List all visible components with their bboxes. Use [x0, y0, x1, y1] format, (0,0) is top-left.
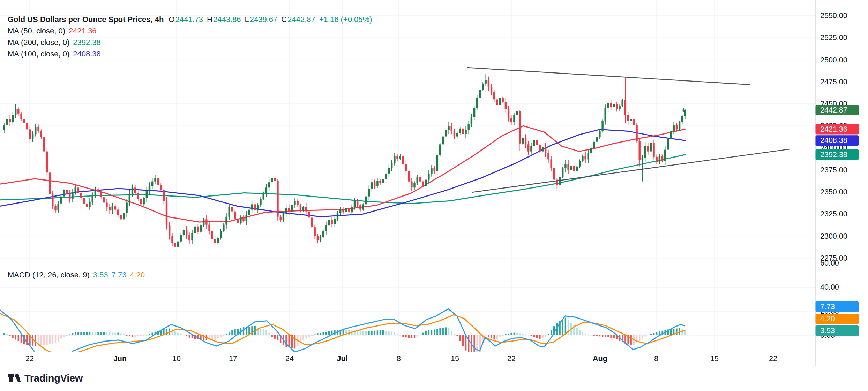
macd-line-value: 7.73 [112, 270, 127, 279]
svg-text:7.73: 7.73 [820, 302, 835, 311]
svg-text:17: 17 [229, 354, 237, 363]
price-axis-labels: 2442.872421.362408.382392.387.734.203.53 [816, 105, 859, 336]
price-axis[interactable]: 2550.002525.002500.002475.002450.002425.… [820, 12, 847, 339]
macd-signal-value: 4.20 [130, 270, 145, 279]
svg-text:3.53: 3.53 [820, 327, 835, 335]
ma50-line [0, 126, 685, 222]
svg-text:15: 15 [710, 354, 719, 363]
ohlc-close: C2442.87 [281, 15, 315, 24]
svg-text:2300.00: 2300.00 [820, 232, 847, 240]
svg-text:Jun: Jun [113, 354, 127, 363]
ma100-label: MA (100, close, 0) [8, 49, 69, 59]
svg-text:15: 15 [451, 354, 459, 363]
svg-text:40.00: 40.00 [820, 283, 839, 291]
price-change: +1.16 (+0.05%) [319, 15, 372, 24]
ma100-line [0, 129, 685, 216]
symbol-title-row[interactable]: Gold US Dollars per Ounce Spot Prices, 4… [8, 14, 372, 25]
ma50-label: MA (50, close, 0) [8, 26, 65, 36]
tradingview-logo-text: TradingView [24, 373, 83, 384]
svg-text:10: 10 [172, 354, 181, 363]
ma100-legend-row[interactable]: MA (100, close, 0) 2408.38 [8, 48, 372, 60]
svg-text:2392.38: 2392.38 [820, 151, 847, 159]
tradingview-logo[interactable]: TradingView [8, 371, 83, 385]
svg-text:2442.87: 2442.87 [820, 106, 847, 114]
svg-text:22: 22 [507, 354, 516, 363]
svg-text:2325.00: 2325.00 [820, 210, 847, 218]
svg-text:2375.00: 2375.00 [820, 166, 847, 174]
macd-legend[interactable]: MACD (12, 26, close, 9) 3.53 7.73 4.20 [8, 269, 145, 281]
ma200-value: 2392.38 [73, 38, 101, 47]
svg-text:2408.38: 2408.38 [820, 136, 847, 145]
svg-text:8: 8 [397, 354, 401, 363]
svg-text:4.20: 4.20 [820, 315, 835, 323]
svg-text:Aug: Aug [593, 354, 607, 363]
time-axis[interactable]: 22Jun101724Jul81522Aug81522 [25, 354, 777, 363]
ma50-value: 2421.36 [69, 26, 97, 36]
ma200-legend-row[interactable]: MA (200, close, 0) 2392.38 [8, 37, 372, 48]
svg-text:2500.00: 2500.00 [820, 56, 847, 64]
ohlc-low: L2439.67 [245, 15, 278, 24]
ma50-legend-row[interactable]: MA (50, close, 0) 2421.36 [8, 25, 372, 37]
svg-text:24: 24 [285, 354, 294, 363]
macd-label: MACD (12, 26, close, 9) [8, 270, 90, 279]
ma100-value: 2408.38 [73, 49, 101, 59]
svg-text:2525.00: 2525.00 [820, 33, 847, 42]
svg-text:2421.36: 2421.36 [820, 125, 847, 133]
macd-hist-value: 3.53 [93, 270, 108, 279]
symbol-title: Gold US Dollars per Ounce Spot Prices, 4… [8, 15, 164, 24]
ma200-label: MA (200, close, 0) [8, 38, 69, 47]
svg-text:22: 22 [25, 354, 34, 363]
svg-text:2475.00: 2475.00 [820, 78, 847, 86]
tradingview-chart-widget: 2550.002525.002500.002475.002450.002425.… [0, 0, 868, 391]
svg-text:2550.00: 2550.00 [820, 12, 847, 20]
moving-averages [0, 126, 685, 222]
svg-text:Jul: Jul [337, 354, 347, 363]
ohlc-high: H2443.86 [207, 15, 241, 24]
candles[interactable] [3, 74, 686, 249]
svg-text:8: 8 [654, 354, 658, 363]
svg-text:60.00: 60.00 [820, 259, 839, 267]
chart-legend: Gold US Dollars per Ounce Spot Prices, 4… [8, 14, 372, 60]
svg-text:22: 22 [769, 354, 777, 363]
ohlc-open: O2441.73 [169, 15, 203, 24]
tradingview-logo-icon [8, 371, 21, 385]
svg-text:2350.00: 2350.00 [820, 188, 847, 196]
